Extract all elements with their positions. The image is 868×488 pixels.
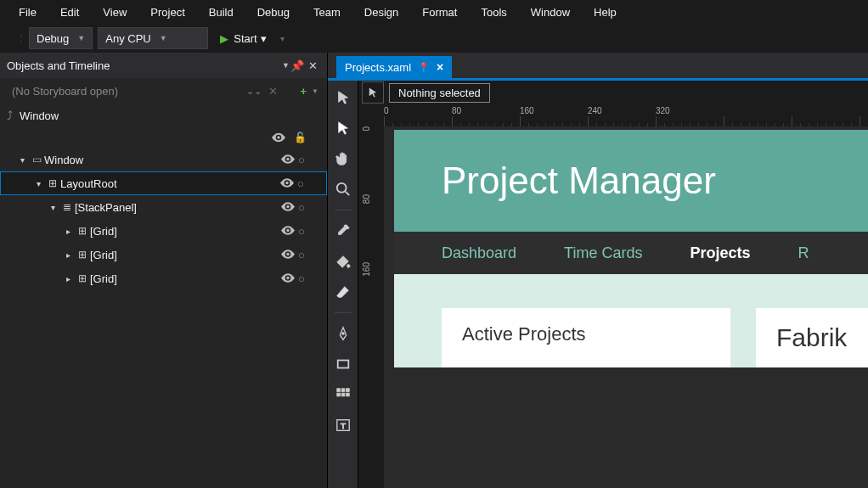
svg-line-8 <box>345 192 349 196</box>
play-icon: ▶ <box>220 32 228 45</box>
tree-row-window[interactable]: ▾▭Window○ <box>0 148 327 171</box>
menu-edit[interactable]: Edit <box>48 3 91 22</box>
preview-nav: Dashboard Time Cards Projects R <box>394 232 868 274</box>
svg-point-7 <box>336 183 346 193</box>
nav-projects[interactable]: Projects <box>690 244 750 262</box>
menu-tools[interactable]: Tools <box>469 3 518 22</box>
selection-label: Nothing selected <box>389 83 490 103</box>
add-dropdown-icon[interactable]: ▼ <box>310 87 320 95</box>
start-button[interactable]: ▶ Start ▾ <box>213 27 273 49</box>
scope-label: Window <box>20 109 59 122</box>
scope-row[interactable]: ⤴ Window <box>0 104 327 127</box>
visibility-header-icon <box>272 132 285 143</box>
svg-rect-16 <box>346 393 349 396</box>
start-label: Start <box>234 32 256 45</box>
tree-label: [Grid] <box>90 225 281 238</box>
panel-title: Objects and Timeline <box>7 59 277 72</box>
menu-window[interactable]: Window <box>519 3 582 22</box>
nav-dashboard[interactable]: Dashboard <box>442 244 516 262</box>
separator <box>335 312 352 313</box>
svg-rect-10 <box>337 361 348 368</box>
layout-tool-icon[interactable] <box>333 384 353 405</box>
close-icon[interactable]: × <box>437 60 443 74</box>
ruler-tick: 240 <box>588 106 602 115</box>
lock-dot-icon[interactable]: ○ <box>298 249 310 261</box>
element-type-icon: ▭ <box>29 154 44 165</box>
ruler-tick: 80 <box>362 194 371 204</box>
eraser-tool-icon[interactable] <box>333 282 353 302</box>
main-toolbar: ⋮⋮ Debug ▼ Any CPU ▼ ▶ Start ▾ ▾ <box>0 24 868 53</box>
visibility-icon[interactable] <box>280 177 297 190</box>
visibility-icon[interactable] <box>281 154 298 166</box>
tab-projects-xaml[interactable]: Projects.xaml 📍 × <box>336 56 452 78</box>
card-fabrik: Fabrik <box>756 308 868 367</box>
toolbar-overflow-icon[interactable]: ▾ <box>280 34 285 43</box>
menu-debug[interactable]: Debug <box>245 3 302 22</box>
lock-dot-icon[interactable]: ○ <box>298 225 310 238</box>
tree-label: Window <box>44 154 281 166</box>
zoom-tool-icon[interactable] <box>333 179 353 199</box>
close-icon[interactable]: ✕ <box>305 59 320 72</box>
pin-icon[interactable]: 📍 <box>418 62 430 73</box>
expand-icon[interactable]: ▸ <box>61 227 75 236</box>
menu-format[interactable]: Format <box>410 3 469 22</box>
svg-rect-15 <box>341 393 345 396</box>
visibility-icon[interactable] <box>281 249 298 261</box>
text-tool-icon[interactable]: T <box>333 415 353 435</box>
selection-tool-icon[interactable] <box>333 87 353 108</box>
add-storyboard-icon[interactable]: + <box>296 85 310 98</box>
vertical-ruler[interactable]: 080160 <box>358 126 384 488</box>
menu-project[interactable]: Project <box>138 3 196 22</box>
ruler-tick: 80 <box>452 106 461 115</box>
lock-dot-icon[interactable]: ○ <box>298 272 310 285</box>
rectangle-tool-icon[interactable] <box>333 354 353 374</box>
storyboard-close-icon[interactable]: ✕ <box>265 85 281 98</box>
tree-row-grid[interactable]: ▸⊞[Grid]○ <box>0 243 327 266</box>
expand-icon[interactable]: ▾ <box>46 203 59 212</box>
pin-icon[interactable]: 📌 <box>290 59 305 72</box>
expand-icon[interactable]: ▸ <box>61 250 75 260</box>
paint-bucket-tool-icon[interactable] <box>333 251 353 272</box>
tree-row-grid[interactable]: ▸⊞[Grid]○ <box>0 266 327 290</box>
menu-view[interactable]: View <box>91 3 138 22</box>
menu-build[interactable]: Build <box>197 3 245 22</box>
editor-area: Projects.xaml 📍 × T <box>328 53 868 488</box>
panel-menu-icon[interactable]: ▼ <box>282 61 290 70</box>
nav-r[interactable]: R <box>798 244 809 262</box>
lock-dot-icon[interactable]: ○ <box>298 201 310 214</box>
svg-rect-13 <box>346 389 349 392</box>
menu-help[interactable]: Help <box>582 3 628 22</box>
menu-design[interactable]: Design <box>352 3 410 22</box>
pen-tool-icon[interactable] <box>333 323 353 344</box>
eyedropper-tool-icon[interactable] <box>333 221 353 241</box>
tree-row-grid[interactable]: ▸⊞[Grid]○ <box>0 219 327 243</box>
storyboard-expand-icon[interactable]: ⌄⌄ <box>243 86 265 97</box>
tree-label: LayoutRoot <box>60 177 280 190</box>
cursor-mode-icon[interactable] <box>362 81 384 104</box>
svg-point-3 <box>286 205 289 207</box>
lock-dot-icon[interactable]: ○ <box>298 154 310 166</box>
expand-icon[interactable]: ▾ <box>31 179 45 188</box>
visibility-icon[interactable] <box>281 201 298 214</box>
nav-timecards[interactable]: Time Cards <box>564 244 642 262</box>
tree-row-stackpanel[interactable]: ▾≣[StackPanel]○ <box>0 195 327 219</box>
menu-file[interactable]: File <box>7 3 48 22</box>
pan-tool-icon[interactable] <box>333 149 353 169</box>
tree-row-layoutroot[interactable]: ▾⊞LayoutRoot○ <box>0 171 327 195</box>
horizontal-ruler[interactable]: 080160240320 <box>384 106 868 126</box>
design-canvas[interactable]: Project Manager Dashboard Time Cards Pro… <box>384 126 868 488</box>
visibility-icon[interactable] <box>281 272 298 285</box>
visibility-icon[interactable] <box>281 225 298 238</box>
preview-body: Active Projects Fabrik <box>394 274 868 367</box>
svg-point-0 <box>277 136 279 138</box>
expand-icon[interactable]: ▸ <box>61 274 75 283</box>
direct-selection-tool-icon[interactable] <box>333 118 353 138</box>
ruler-tick: 0 <box>384 106 389 115</box>
platform-dropdown[interactable]: Any CPU ▼ <box>98 27 208 49</box>
config-dropdown[interactable]: Debug ▼ <box>29 27 93 49</box>
preview-title: Project Manager <box>442 160 716 202</box>
menu-team[interactable]: Team <box>302 3 352 22</box>
expand-icon[interactable]: ▾ <box>15 155 29 165</box>
svg-rect-12 <box>341 389 345 392</box>
lock-dot-icon[interactable]: ○ <box>297 177 309 190</box>
